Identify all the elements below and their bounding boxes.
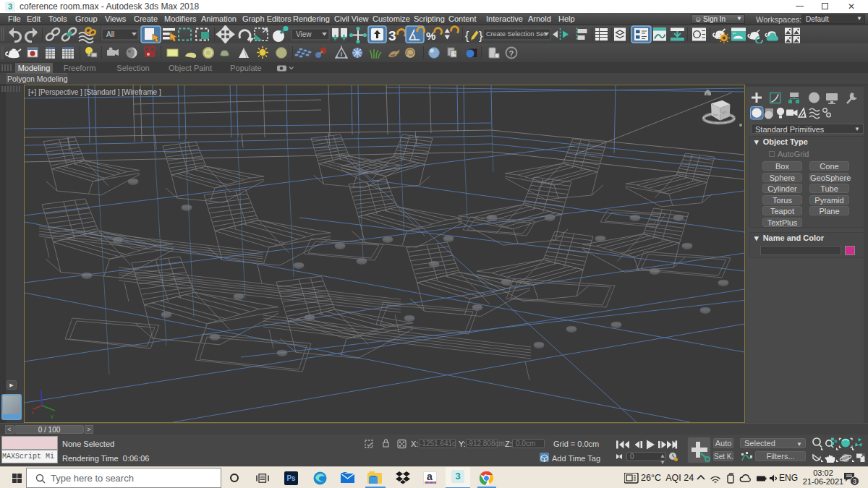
svg-text:HF: HF [391, 53, 396, 58]
svg-text:fror: fror [713, 113, 718, 117]
svg-text:Create Selection Set: Create Selection Set [486, 30, 546, 38]
svg-text:ight: ight [722, 110, 728, 114]
svg-text:{: { [465, 30, 469, 42]
svg-text:View: View [296, 30, 312, 38]
svg-text:3: 3 [8, 2, 12, 11]
svg-text:}: } [479, 30, 483, 42]
svg-text:?: ? [509, 49, 514, 58]
svg-text:y: y [51, 413, 54, 419]
svg-text:All: All [106, 30, 114, 38]
svg-text:x: x [31, 409, 34, 416]
svg-text:3: 3 [388, 28, 396, 43]
